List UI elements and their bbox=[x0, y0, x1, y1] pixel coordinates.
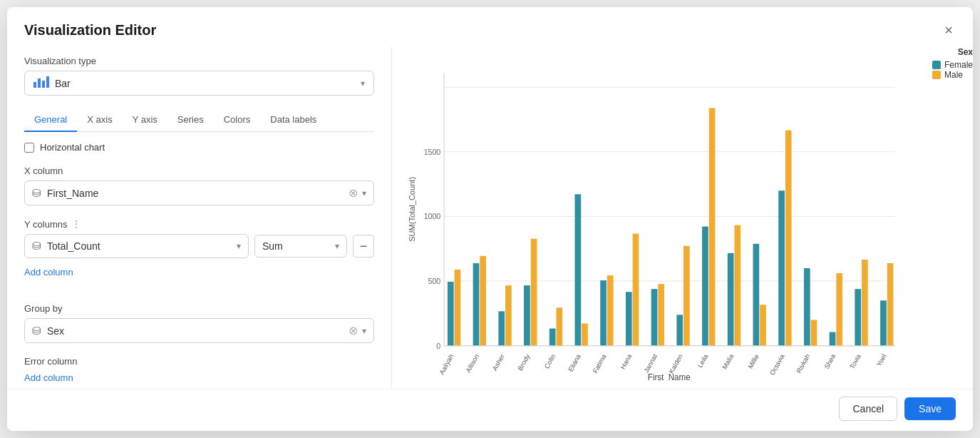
bar-yoel-f bbox=[880, 300, 887, 345]
bar-fatima-m bbox=[607, 275, 614, 346]
x-label-eliana: Eliana bbox=[567, 352, 583, 373]
x-label-malia: Malia bbox=[721, 352, 736, 371]
bar-octavia-f bbox=[778, 190, 785, 345]
bar-eliana-m bbox=[582, 323, 588, 345]
aggregation-chevron-icon: ▾ bbox=[335, 241, 339, 251]
modal-footer: Cancel Save bbox=[7, 389, 973, 431]
error-column-label: Error column bbox=[24, 356, 374, 367]
bar-kaiden-f bbox=[676, 315, 683, 345]
bar-hana-m bbox=[633, 234, 639, 346]
bar-kaiden-m bbox=[684, 246, 690, 346]
x-label-jannat: Jannat bbox=[643, 352, 659, 374]
bar-shea-f bbox=[830, 332, 836, 346]
y-columns-label: Y columns bbox=[24, 219, 67, 230]
x-column-select[interactable]: ⛁ First_Name ⊗ ▾ bbox=[24, 180, 374, 205]
bar-millie-f bbox=[753, 244, 760, 346]
add-error-column-link[interactable]: Add column bbox=[24, 372, 73, 383]
visualization-editor-modal: Visualization Editor × Visualization typ… bbox=[7, 7, 973, 431]
x-label-colin: Colin bbox=[543, 353, 557, 370]
y-column-chevron-icon: ▾ bbox=[237, 241, 241, 251]
x-column-chevron-icon: ▾ bbox=[362, 188, 366, 198]
save-button[interactable]: Save bbox=[904, 397, 956, 420]
bar-aaliyah-f bbox=[448, 282, 454, 346]
y-axis-label: SUM(Total_Count) bbox=[408, 177, 416, 242]
y-columns-header: Y columns ⋮ bbox=[24, 218, 374, 230]
bar-leila-f bbox=[702, 227, 708, 346]
y-column-value: Total_Count bbox=[47, 240, 100, 252]
x-column-value: First_Name bbox=[47, 188, 98, 199]
bar-rivkah-f bbox=[804, 268, 810, 346]
tab-colors[interactable]: Colors bbox=[214, 108, 261, 132]
left-content: Visualization type Bar bbox=[7, 47, 391, 389]
left-panel: Visualization type Bar bbox=[7, 47, 392, 389]
x-label-hana: Hana bbox=[619, 352, 634, 371]
bar-chart-icon bbox=[33, 76, 49, 90]
bar-yoel-m bbox=[887, 263, 894, 346]
add-y-column-link[interactable]: Add column bbox=[24, 267, 73, 277]
x-column-person-icon: ⛁ bbox=[32, 187, 41, 200]
cancel-button[interactable]: Cancel bbox=[839, 397, 897, 421]
bar-jannat-f bbox=[651, 289, 658, 346]
aggregation-select[interactable]: Sum ▾ bbox=[254, 235, 347, 258]
bar-asher-m bbox=[505, 285, 512, 346]
bar-octavia-m bbox=[785, 131, 792, 346]
x-label-yoel: Yoel bbox=[875, 353, 887, 368]
tab-y-axis[interactable]: Y axis bbox=[123, 108, 167, 132]
x-column-clear-icon[interactable]: ⊗ bbox=[349, 186, 358, 200]
group-by-value: Sex bbox=[47, 325, 64, 337]
bar-fatima-f bbox=[600, 280, 607, 346]
y-tick-1000: 1000 bbox=[424, 212, 441, 220]
close-button[interactable]: × bbox=[942, 20, 956, 40]
group-by-select[interactable]: ⛁ Sex ⊗ ▾ bbox=[24, 318, 374, 343]
y-columns-options-icon[interactable]: ⋮ bbox=[71, 218, 81, 230]
tab-general[interactable]: General bbox=[24, 108, 77, 132]
y-column-select[interactable]: ⛁ Total_Count ▾ bbox=[24, 234, 249, 258]
x-label-rivkah: Rivkah bbox=[795, 353, 811, 375]
horizontal-chart-checkbox[interactable] bbox=[24, 143, 34, 153]
x-label-brody: Brody bbox=[517, 352, 532, 372]
x-label-asher: Asher bbox=[491, 353, 505, 372]
bar-hana-f bbox=[626, 292, 632, 346]
bar-brody-m bbox=[531, 239, 537, 346]
viz-type-chevron-icon: ▾ bbox=[361, 78, 365, 88]
group-by-clear-icon[interactable]: ⊗ bbox=[349, 324, 358, 337]
bar-brody-f bbox=[524, 285, 530, 346]
tab-data-labels[interactable]: Data labels bbox=[260, 108, 326, 132]
bar-eliana-f bbox=[574, 194, 581, 345]
bar-malia-m bbox=[734, 225, 741, 346]
modal-header: Visualization Editor × bbox=[7, 7, 973, 47]
tab-x-axis[interactable]: X axis bbox=[77, 108, 122, 132]
legend-title: Sex bbox=[932, 47, 973, 57]
bar-tovia-m bbox=[862, 260, 868, 346]
horizontal-chart-row: Horizontal chart bbox=[24, 142, 374, 153]
chart-area: 0 500 1000 1500 SUM(Total_Count) bbox=[406, 58, 959, 382]
x-column-group: X column ⛁ First_Name ⊗ ▾ bbox=[24, 165, 374, 205]
x-label-fatima: Fatima bbox=[592, 352, 608, 375]
modal-title: Visualization Editor bbox=[24, 22, 156, 39]
viz-type-select[interactable]: Bar ▾ bbox=[24, 71, 374, 96]
x-label-leila: Leila bbox=[696, 352, 710, 369]
bar-colin-f bbox=[550, 329, 556, 346]
bar-allison-m bbox=[480, 256, 486, 346]
y-columns-group: Y columns ⋮ ⛁ Total_Count ▾ Sum bbox=[24, 218, 374, 290]
tab-series[interactable]: Series bbox=[167, 108, 214, 132]
y-column-person-icon: ⛁ bbox=[32, 240, 41, 253]
x-label-shea: Shea bbox=[823, 352, 837, 370]
group-by-group: Group by ⛁ Sex ⊗ ▾ bbox=[24, 303, 374, 343]
x-label-octavia: Octavia bbox=[769, 352, 786, 377]
bar-colin-m bbox=[556, 307, 562, 345]
modal-body: Visualization type Bar bbox=[7, 47, 973, 389]
bar-millie-m bbox=[760, 305, 766, 345]
horizontal-chart-label[interactable]: Horizontal chart bbox=[40, 142, 105, 153]
remove-y-column-button[interactable]: − bbox=[353, 235, 374, 258]
x-label-tovia: Tovia bbox=[849, 352, 863, 370]
viz-type-label: Visualization type bbox=[24, 56, 374, 66]
y-tick-0: 0 bbox=[436, 341, 440, 350]
bar-allison-f bbox=[473, 263, 480, 346]
right-panel: Sex Female Male bbox=[392, 47, 973, 389]
group-by-person-icon: ⛁ bbox=[32, 325, 41, 337]
bar-shea-m bbox=[836, 273, 842, 346]
bar-malia-f bbox=[728, 253, 734, 346]
bar-asher-f bbox=[498, 311, 505, 345]
bar-aaliyah-m bbox=[455, 270, 461, 346]
